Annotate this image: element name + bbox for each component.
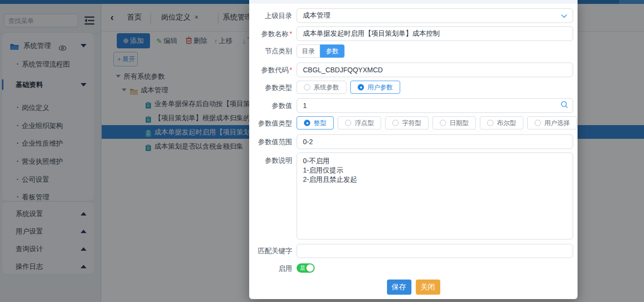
radio-user-select[interactable]: 用户选择 <box>527 116 577 129</box>
param-name-label: 参数名称* <box>249 26 292 41</box>
node-type-option-directory[interactable]: 目录 <box>297 44 320 58</box>
radio-boolean[interactable]: 布尔型 <box>480 116 523 129</box>
radio-icon <box>345 120 351 126</box>
radio-label: 字符型 <box>402 119 421 128</box>
node-type-segmented: 目录 参数 <box>297 44 344 58</box>
close-button[interactable]: 关闭 <box>416 280 440 295</box>
dialog-header-strip <box>249 0 578 3</box>
search-icon[interactable] <box>560 101 568 110</box>
value-type-radio-group: 整型 浮点型 字符型 日期型 布尔型 用户选择 <box>297 116 573 129</box>
radio-label: 整型 <box>314 119 326 128</box>
radio-integer[interactable]: 整型 <box>297 116 334 129</box>
value-type-label: 参数值类型 <box>249 116 292 130</box>
radio-string[interactable]: 字符型 <box>385 116 429 129</box>
node-type-label: 节点类别 <box>249 44 292 58</box>
app-root: 系统管理 系统管理流程图 基础资料 岗位定义 企业组织架构 企业性质维护 营业执… <box>0 0 644 302</box>
radio-system-param[interactable]: 系统参数 <box>297 81 346 94</box>
radio-date[interactable]: 日期型 <box>432 116 476 129</box>
param-code-input[interactable] <box>297 63 573 77</box>
value-range-input[interactable] <box>297 134 573 149</box>
radio-label: 系统参数 <box>314 83 339 92</box>
radio-icon <box>487 120 494 126</box>
param-code-label: 参数代码* <box>249 63 292 77</box>
radio-label: 用户参数 <box>367 83 393 92</box>
radio-label: 日期型 <box>450 119 469 128</box>
radio-user-param[interactable]: 用户参数 <box>350 81 400 94</box>
enabled-label: 启用 <box>249 263 292 273</box>
radio-label: 用户选择 <box>544 119 570 128</box>
radio-icon <box>392 120 399 126</box>
chevron-down-icon <box>561 12 567 20</box>
enabled-toggle[interactable]: 是 <box>297 263 315 273</box>
node-type-option-parameter[interactable]: 参数 <box>320 44 344 58</box>
param-value-label: 参数值 <box>249 98 292 113</box>
parent-dir-select[interactable]: 成本管理 <box>297 8 573 23</box>
dialog-footer: 保存 关闭 <box>249 280 578 295</box>
param-desc-textarea[interactable]: 0-不启用 1-启用仅提示 2-启用且禁止发起 <box>297 152 573 239</box>
parent-dir-value: 成本管理 <box>303 11 330 20</box>
radio-label: 布尔型 <box>497 119 516 128</box>
parent-dir-label: 上级目录 <box>249 8 292 23</box>
required-asterisk: * <box>290 30 292 38</box>
required-asterisk: * <box>290 66 292 74</box>
radio-icon <box>304 84 310 90</box>
param-desc-label: 参数说明 <box>249 152 292 165</box>
param-type-label: 参数类型 <box>249 81 292 94</box>
radio-icon <box>358 84 364 90</box>
radio-icon <box>440 120 446 126</box>
match-keyword-label: 匹配关键字 <box>249 244 292 258</box>
radio-label: 浮点型 <box>355 119 374 128</box>
radio-float[interactable]: 浮点型 <box>338 116 381 129</box>
match-keyword-input[interactable] <box>297 244 573 258</box>
toggle-on-label: 是 <box>300 265 305 271</box>
param-value-input[interactable] <box>297 98 573 113</box>
radio-icon <box>304 120 310 126</box>
param-name-input[interactable] <box>297 26 573 41</box>
param-type-radio-group: 系统参数 用户参数 <box>297 81 573 94</box>
radio-icon <box>535 120 541 126</box>
value-range-label: 参数值范围 <box>249 134 292 149</box>
parameter-edit-dialog: 上级目录 成本管理 参数名称* 节点类别 目录 参数 参数代码* <box>249 0 578 299</box>
save-button[interactable]: 保存 <box>387 280 411 295</box>
toggle-knob <box>306 264 314 272</box>
